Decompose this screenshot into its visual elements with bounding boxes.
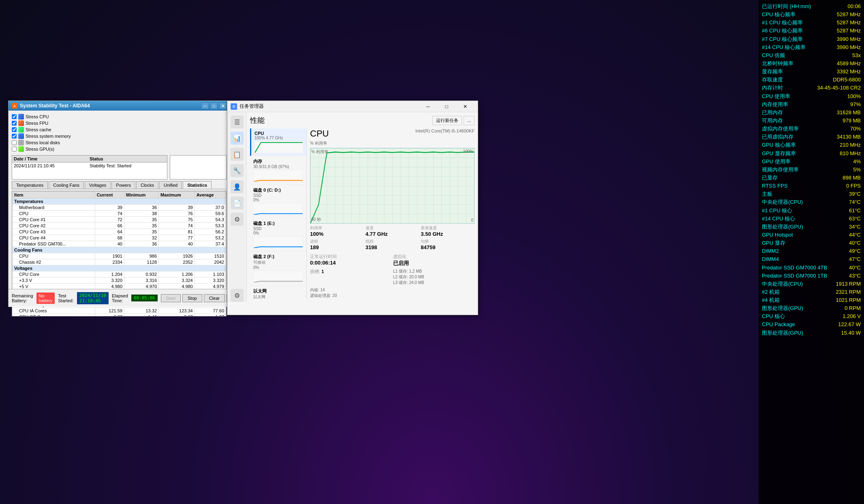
tm-graph-time-range: 60 秒 <box>311 217 321 222</box>
tm-more-button[interactable]: ... <box>464 116 475 125</box>
tm-window-controls[interactable]: ─ □ ✕ <box>419 101 475 112</box>
stress-checkbox[interactable] <box>12 121 17 126</box>
stats-tab[interactable]: Powers <box>111 181 135 189</box>
perf-list-item[interactable]: 内存30.9/31.8 GB (97%) <box>250 156 306 185</box>
overlay-row: #1 CPU 核心频率5287 MHz <box>762 19 861 27</box>
stats-tab[interactable]: Statistics <box>183 181 212 189</box>
tm-l2-val: 20.0 MB <box>409 275 424 279</box>
tm-handles-value: 84759 <box>421 244 475 250</box>
item-min: 38 <box>124 211 159 217</box>
tm-utilization-value: 100% <box>310 231 364 237</box>
stress-checkbox[interactable] <box>12 147 17 152</box>
tm-speed-label: 速度 <box>366 225 419 231</box>
overlay-row: 图形处理器(GPU)34°C <box>762 223 861 231</box>
tm-perf-list[interactable]: CPU100% 4.77 GHz内存30.9/31.8 GB (97%)磁盘 0… <box>250 128 307 299</box>
overlay-row: 内存使用率97% <box>762 100 861 109</box>
perf-list-item[interactable]: 以太网以太网发送: 0 接收: 0 Kbps <box>250 286 306 299</box>
stability-titlebar: A System Stability Test - AIDA64 ─ □ ✕ <box>9 101 230 111</box>
perf-sparkline <box>254 141 303 153</box>
overlay-label: #1 CPU 核心频率 <box>762 19 803 27</box>
stress-label: Stress local disks <box>26 140 60 145</box>
overlay-row: 显存频率3392 MHz <box>762 68 861 76</box>
close-button[interactable]: ✕ <box>219 103 227 109</box>
start-button[interactable]: Start <box>161 294 181 302</box>
stress-option[interactable]: Stress FPU <box>12 120 227 126</box>
overlay-row: 已显存898 MB <box>762 174 861 182</box>
log-header: Date / Time Status <box>12 156 167 162</box>
perf-list-item[interactable]: CPU100% 4.77 GHz <box>250 128 306 156</box>
stress-option[interactable]: Stress cache <box>12 127 227 132</box>
stop-button[interactable]: Stop <box>182 294 202 302</box>
overlay-row: #14 CPU 核心63°C <box>762 215 861 223</box>
stress-option[interactable]: Stress system memory <box>12 133 227 139</box>
tm-sidebar-processes[interactable]: 📋 <box>231 148 244 161</box>
stats-tab[interactable]: Clocks <box>136 181 158 189</box>
item-avg: 37.4 <box>195 241 226 247</box>
tm-sidebar-menu[interactable]: ☰ <box>231 115 244 128</box>
tm-processes-label: 进程 <box>310 239 364 244</box>
stats-tab[interactable]: Temperatures <box>12 181 48 189</box>
stress-option[interactable]: Stress GPU(s) <box>12 146 227 152</box>
item-max: 1.206 <box>159 271 195 278</box>
perf-sparkline <box>253 236 303 248</box>
tm-cpu-header: CPU Intel(R) Core(TM) i5-14600KF <box>310 128 475 139</box>
stability-content: Stress CPUStress FPUStress cacheStress s… <box>9 111 230 320</box>
tm-new-task-button[interactable]: 运行新任务 <box>432 116 462 125</box>
minimize-button[interactable]: ─ <box>201 103 209 109</box>
overlay-label: #4 机箱 <box>762 296 780 304</box>
battery-status: No battery <box>36 293 55 304</box>
perf-item-sub: SSD <box>253 193 303 198</box>
stats-tab[interactable]: Unified <box>159 181 182 189</box>
overlay-label: CPU 核心频率 <box>762 11 796 19</box>
item-current: 3.320 <box>95 278 124 284</box>
overlay-row: 主板39°C <box>762 190 861 198</box>
stress-checkbox[interactable] <box>12 114 17 119</box>
stats-tabs[interactable]: TemperaturesCooling FansVoltagesPowersCl… <box>12 181 227 189</box>
tm-sidebar[interactable]: ☰ 📊 📋 🔧 👤 📄 ⚙ ⚙ <box>227 112 247 302</box>
cpu-graph-svg <box>310 148 474 223</box>
overlay-label: 可用内存 <box>762 117 783 125</box>
perf-list-item[interactable]: 磁盘 0 (C: D:)SSD0% <box>250 185 306 218</box>
stability-test-window: A System Stability Test - AIDA64 ─ □ ✕ S… <box>8 100 230 307</box>
stress-checkbox[interactable] <box>12 134 17 139</box>
tm-minimize-button[interactable]: ─ <box>419 101 437 112</box>
window-controls[interactable]: ─ □ ✕ <box>201 103 227 109</box>
overlay-row: 已用内存31628 MB <box>762 109 861 117</box>
overlay-label: CPU Package <box>762 320 795 329</box>
stress-option[interactable]: Stress CPU <box>12 114 227 120</box>
stress-option[interactable]: Stress local disks <box>12 140 227 145</box>
perf-item-name: 磁盘 0 (C: D:) <box>253 187 303 193</box>
item-name: +3.3 V <box>13 278 95 284</box>
tm-sidebar-startup[interactable]: 🔧 <box>231 164 244 177</box>
item-min: 986 <box>124 253 159 259</box>
tm-header-buttons[interactable]: 运行新任务 ... <box>432 116 475 125</box>
item-max: 77 <box>159 235 195 241</box>
item-max: 2352 <box>159 259 195 265</box>
clear-button[interactable]: Clear <box>204 294 225 302</box>
tm-close-button[interactable]: ✕ <box>456 101 475 112</box>
tm-restore-button[interactable]: □ <box>437 101 456 112</box>
tm-sidebar-performance[interactable]: 📊 <box>231 132 244 145</box>
overlay-value: 97% <box>850 100 861 109</box>
tm-sidebar-services[interactable]: ⚙ <box>231 213 244 226</box>
stress-icon <box>18 114 24 120</box>
stress-checkbox[interactable] <box>12 127 17 132</box>
restore-button[interactable]: □ <box>210 103 218 109</box>
item-avg: 59.6 <box>195 211 226 217</box>
tm-virtualization: 虚拟化 已启用 <box>393 254 475 267</box>
stress-checkbox[interactable] <box>12 140 17 145</box>
overlay-label: 中央处理器(CPU) <box>762 280 803 288</box>
tm-stat-basespeed: 基准速度 3.50 GHz <box>421 225 475 237</box>
tm-stat-handles: 句柄 84759 <box>421 239 475 250</box>
tm-sidebar-users[interactable]: 👤 <box>231 180 244 193</box>
tm-sidebar-details[interactable]: 📄 <box>231 196 244 209</box>
perf-list-item[interactable]: 磁盘 2 (F:)可移动0% <box>250 251 306 286</box>
overlay-label: 已用内存 <box>762 109 783 117</box>
stress-label: Stress cache <box>26 127 51 132</box>
stats-tab[interactable]: Voltages <box>85 181 111 189</box>
overlay-label: GPU Hotspot <box>762 231 793 239</box>
tm-sidebar-settings[interactable]: ⚙ <box>231 289 244 302</box>
overlay-row: RTSS FPS0 FPS <box>762 182 861 190</box>
perf-list-item[interactable]: 磁盘 1 (E:)SSD0% <box>250 218 306 251</box>
stats-tab[interactable]: Cooling Fans <box>49 181 84 189</box>
